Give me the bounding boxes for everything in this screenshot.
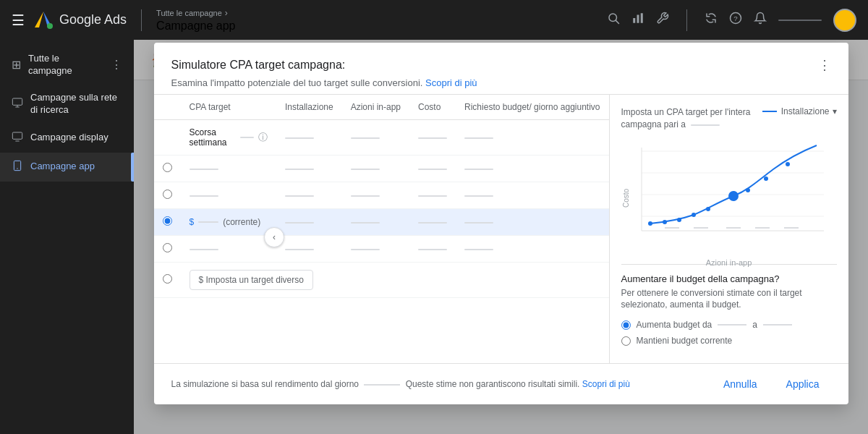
- svg-point-16: [17, 168, 17, 169]
- google-ads-logo-icon: [33, 10, 54, 30]
- td-budget-4: [456, 236, 608, 263]
- th-costo: Costo: [409, 95, 456, 120]
- avatar[interactable]: [833, 9, 856, 32]
- td-azioni-dash: [342, 120, 409, 156]
- budget-maintain-label: Mantieni budget corrente: [637, 336, 733, 346]
- current-value-dash: [198, 221, 218, 223]
- y-axis-label: Costo: [622, 188, 630, 208]
- td-budget-2: [456, 182, 608, 209]
- sidebar: ⊞ Tutte le campagne ⋮ Campagne sulla ret…: [0, 40, 134, 434]
- modal-subtitle-link[interactable]: Scopri di più: [425, 77, 477, 88]
- hamburger-icon[interactable]: ☰: [12, 12, 25, 29]
- sidebar-collapse-button[interactable]: ‹: [264, 227, 284, 247]
- custom-target-button[interactable]: $ Imposta un target diverso: [190, 270, 313, 290]
- svg-rect-5: [633, 18, 635, 23]
- sidebar-label-all: Tutte le campagne: [28, 53, 103, 77]
- top-navigation: ☰ Google Ads Tutte le campagne › Campagn…: [0, 0, 868, 40]
- breadcrumb-parent[interactable]: Tutte le campagne: [156, 9, 222, 17]
- sidebar-label-display: Campagne display: [30, 132, 109, 144]
- row4-radio[interactable]: [163, 243, 172, 252]
- svg-point-2: [47, 23, 53, 29]
- svg-text:?: ?: [733, 14, 738, 22]
- chart-svg: Costo: [621, 137, 835, 252]
- footer-link[interactable]: Scopri di più: [582, 379, 630, 389]
- sidebar-item-search[interactable]: Campagne sulla rete di ricerca: [0, 85, 134, 124]
- td-azioni-4: [342, 236, 409, 263]
- chart-point: [746, 188, 750, 192]
- td-costo-1: [409, 156, 456, 182]
- wrench-icon[interactable]: [656, 12, 669, 28]
- apply-button[interactable]: Applica: [775, 373, 831, 396]
- table-row: [154, 156, 609, 182]
- td-cpa-2: [181, 182, 276, 209]
- chart-point: [764, 176, 768, 181]
- td-inst-2: [276, 182, 342, 209]
- budget-to-dash: [763, 324, 792, 326]
- modal-footer: La simulazione si basa sul rendimento da…: [154, 363, 848, 404]
- sidebar-item-display[interactable]: Campagne display: [0, 124, 134, 153]
- chart-header-dash: [691, 124, 720, 126]
- td-azioni-1: [342, 156, 409, 182]
- breadcrumb-chevron-icon: ›: [225, 8, 228, 18]
- td-costo-4: [409, 236, 456, 263]
- th-radio: [154, 95, 181, 120]
- sidebar-label-search: Campagne sulla rete di ricerca: [30, 92, 122, 116]
- row-current-radio[interactable]: [163, 216, 172, 226]
- td-spacer: [154, 120, 181, 156]
- chart-icon[interactable]: [631, 12, 644, 28]
- svg-rect-13: [12, 132, 22, 139]
- sidebar-dots-icon[interactable]: ⋮: [111, 58, 122, 72]
- grid-icon: ⊞: [12, 58, 21, 72]
- td-radio[interactable]: [154, 156, 181, 182]
- row1-radio[interactable]: [163, 163, 172, 172]
- row2-radio[interactable]: [163, 190, 172, 199]
- modal-more-options-icon[interactable]: ⋮: [818, 57, 831, 73]
- refresh-icon[interactable]: [705, 12, 718, 28]
- table-row: [154, 182, 609, 209]
- table-row: [154, 236, 609, 263]
- cancel-button[interactable]: Annulla: [712, 373, 769, 396]
- td-radio-4[interactable]: [154, 236, 181, 263]
- search-icon[interactable]: [607, 12, 620, 28]
- x-axis-label: Azioni in-app: [621, 258, 837, 267]
- help-circle-icon[interactable]: ⓘ: [258, 131, 268, 144]
- chart-container: Costo: [621, 137, 837, 252]
- dash-icon: [240, 137, 254, 138]
- budget-maintain-radio[interactable]: [621, 336, 631, 346]
- simulator-modal: Simulatore CPA target campagna: ⋮ Esamin…: [154, 43, 848, 404]
- td-inst-4: [276, 236, 342, 263]
- th-budget: Richiesto budget/ giorno aggiuntivo: [456, 95, 608, 120]
- td-cpa-4: [181, 236, 276, 263]
- bell-icon[interactable]: [754, 12, 767, 28]
- footer-date-dash: [364, 384, 400, 386]
- budget-increase-radio[interactable]: [621, 320, 631, 330]
- td-costo-current: [409, 209, 456, 236]
- legend-chevron-icon[interactable]: ▾: [833, 106, 837, 116]
- breadcrumb: Tutte le campagne › Campagne app: [156, 8, 235, 33]
- td-radio-custom[interactable]: [154, 263, 181, 298]
- sidebar-item-all-campaigns[interactable]: ⊞ Tutte le campagne ⋮: [0, 46, 134, 85]
- sidebar-item-app[interactable]: Campagne app: [0, 153, 134, 182]
- svg-rect-10: [12, 98, 22, 105]
- sidebar-label-app: Campagne app: [30, 161, 95, 173]
- nav-icon-group: ?: [607, 9, 856, 32]
- chart-point: [786, 162, 790, 166]
- nav-account-dash: [778, 20, 822, 21]
- chart-point: [648, 221, 652, 226]
- td-radio-current[interactable]: [154, 209, 181, 236]
- legend-line: [762, 111, 777, 112]
- td-scorsa-settimana: Scorsa settimana ⓘ: [181, 120, 276, 156]
- budget-subtitle: Per ottenere le conversioni stimate con …: [621, 287, 837, 312]
- chart-point: [706, 207, 710, 211]
- td-inst-1: [276, 156, 342, 182]
- help-icon[interactable]: ?: [729, 12, 742, 28]
- row-custom-radio[interactable]: [163, 274, 172, 284]
- td-radio[interactable]: [154, 182, 181, 209]
- main-layout: ⊞ Tutte le campagne ⋮ Campagne sulla ret…: [0, 40, 868, 434]
- svg-rect-7: [641, 13, 643, 23]
- simulator-table: CPA target Installazione Azioni in-app C…: [154, 95, 609, 298]
- chart-section: Imposta un CPA target per l'intera campa…: [610, 95, 848, 363]
- nav-divider: [141, 9, 142, 31]
- budget-option-maintain: Mantieni budget corrente: [621, 336, 837, 346]
- td-inst-dash: [276, 120, 342, 156]
